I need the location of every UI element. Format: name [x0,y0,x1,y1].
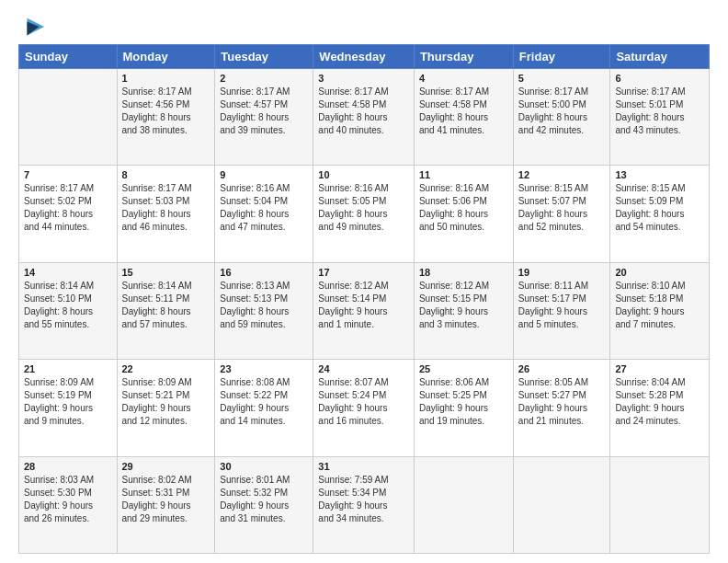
day-cell: 26Sunrise: 8:05 AM Sunset: 5:27 PM Dayli… [513,360,610,456]
day-number: 17 [318,267,409,278]
day-cell: 19Sunrise: 8:11 AM Sunset: 5:17 PM Dayli… [513,262,610,359]
day-info: Sunrise: 8:15 AM Sunset: 5:07 PM Dayligh… [518,182,606,234]
day-number: 4 [419,73,508,84]
day-number: 8 [122,169,210,180]
day-info: Sunrise: 8:11 AM Sunset: 5:17 PM Dayligh… [518,280,606,331]
day-number: 12 [518,169,606,180]
header-cell-friday: Friday [513,45,610,69]
day-number: 19 [518,267,606,278]
day-info: Sunrise: 7:59 AM Sunset: 5:34 PM Dayligh… [318,474,409,525]
day-cell: 27Sunrise: 8:04 AM Sunset: 5:28 PM Dayli… [610,360,710,456]
day-info: Sunrise: 8:14 AM Sunset: 5:10 PM Dayligh… [24,280,112,331]
day-cell: 4Sunrise: 8:17 AM Sunset: 4:58 PM Daylig… [414,69,513,166]
day-info: Sunrise: 8:17 AM Sunset: 4:57 PM Dayligh… [220,86,308,137]
day-number: 1 [122,73,210,84]
day-info: Sunrise: 8:17 AM Sunset: 4:56 PM Dayligh… [122,86,210,137]
day-number: 25 [419,363,508,374]
day-cell: 3Sunrise: 8:17 AM Sunset: 4:58 PM Daylig… [313,69,415,166]
header-row: SundayMondayTuesdayWednesdayThursdayFrid… [19,45,710,69]
header-cell-wednesday: Wednesday [313,45,415,69]
week-row-1: 1Sunrise: 8:17 AM Sunset: 4:56 PM Daylig… [19,69,710,166]
day-info: Sunrise: 8:15 AM Sunset: 5:09 PM Dayligh… [615,182,704,234]
day-number: 14 [24,267,112,278]
day-number: 24 [318,363,409,374]
day-info: Sunrise: 8:14 AM Sunset: 5:11 PM Dayligh… [122,280,210,331]
day-cell: 11Sunrise: 8:16 AM Sunset: 5:06 PM Dayli… [414,166,513,262]
logo-icon [20,15,46,40]
day-cell: 17Sunrise: 8:12 AM Sunset: 5:14 PM Dayli… [313,262,415,359]
day-info: Sunrise: 8:17 AM Sunset: 5:00 PM Dayligh… [518,86,606,137]
day-cell [19,69,118,166]
day-info: Sunrise: 8:17 AM Sunset: 4:58 PM Dayligh… [318,86,409,137]
day-cell [513,456,610,553]
week-row-5: 28Sunrise: 8:03 AM Sunset: 5:30 PM Dayli… [19,456,710,553]
day-cell: 6Sunrise: 8:17 AM Sunset: 5:01 PM Daylig… [610,69,710,166]
day-info: Sunrise: 8:17 AM Sunset: 5:03 PM Dayligh… [122,182,210,234]
day-number: 11 [419,169,508,180]
day-cell [610,456,710,553]
day-info: Sunrise: 8:09 AM Sunset: 5:21 PM Dayligh… [122,376,210,428]
day-number: 31 [318,461,409,472]
day-cell: 14Sunrise: 8:14 AM Sunset: 5:10 PM Dayli… [19,262,118,359]
day-cell: 25Sunrise: 8:06 AM Sunset: 5:25 PM Dayli… [414,360,513,456]
week-row-3: 14Sunrise: 8:14 AM Sunset: 5:10 PM Dayli… [19,262,710,359]
day-number: 18 [419,267,508,278]
header-cell-monday: Monday [117,45,215,69]
calendar-table: SundayMondayTuesdayWednesdayThursdayFrid… [18,44,710,554]
day-cell: 12Sunrise: 8:15 AM Sunset: 5:07 PM Dayli… [513,166,610,262]
day-number: 3 [318,73,409,84]
day-number: 23 [220,363,308,374]
week-row-4: 21Sunrise: 8:09 AM Sunset: 5:19 PM Dayli… [19,360,710,456]
day-cell: 5Sunrise: 8:17 AM Sunset: 5:00 PM Daylig… [513,69,610,166]
day-cell: 20Sunrise: 8:10 AM Sunset: 5:18 PM Dayli… [610,262,710,359]
header-cell-tuesday: Tuesday [215,45,313,69]
day-number: 5 [518,73,606,84]
day-info: Sunrise: 8:08 AM Sunset: 5:22 PM Dayligh… [220,376,308,428]
header-cell-saturday: Saturday [610,45,710,69]
day-number: 28 [24,461,112,472]
day-number: 15 [122,267,210,278]
logo [18,18,46,37]
day-number: 30 [220,461,308,472]
day-cell: 8Sunrise: 8:17 AM Sunset: 5:03 PM Daylig… [117,166,215,262]
day-number: 10 [318,169,409,180]
header-cell-sunday: Sunday [19,45,118,69]
day-info: Sunrise: 8:16 AM Sunset: 5:05 PM Dayligh… [318,182,409,234]
day-cell: 15Sunrise: 8:14 AM Sunset: 5:11 PM Dayli… [117,262,215,359]
day-info: Sunrise: 8:04 AM Sunset: 5:28 PM Dayligh… [615,376,704,428]
day-cell: 24Sunrise: 8:07 AM Sunset: 5:24 PM Dayli… [313,360,415,456]
day-number: 21 [24,363,112,374]
day-cell: 13Sunrise: 8:15 AM Sunset: 5:09 PM Dayli… [610,166,710,262]
day-number: 16 [220,267,308,278]
day-cell: 18Sunrise: 8:12 AM Sunset: 5:15 PM Dayli… [414,262,513,359]
day-number: 6 [615,73,704,84]
day-info: Sunrise: 8:16 AM Sunset: 5:04 PM Dayligh… [220,182,308,234]
day-cell: 23Sunrise: 8:08 AM Sunset: 5:22 PM Dayli… [215,360,313,456]
header-cell-thursday: Thursday [414,45,513,69]
day-cell: 30Sunrise: 8:01 AM Sunset: 5:32 PM Dayli… [215,456,313,553]
day-info: Sunrise: 8:12 AM Sunset: 5:14 PM Dayligh… [318,280,409,331]
day-info: Sunrise: 8:17 AM Sunset: 5:02 PM Dayligh… [24,182,112,234]
page: SundayMondayTuesdayWednesdayThursdayFrid… [0,0,728,563]
header [18,15,710,37]
day-cell: 1Sunrise: 8:17 AM Sunset: 4:56 PM Daylig… [117,69,215,166]
day-cell: 28Sunrise: 8:03 AM Sunset: 5:30 PM Dayli… [19,456,118,553]
day-cell: 16Sunrise: 8:13 AM Sunset: 5:13 PM Dayli… [215,262,313,359]
day-info: Sunrise: 8:17 AM Sunset: 5:01 PM Dayligh… [615,86,704,137]
day-number: 22 [122,363,210,374]
day-number: 20 [615,267,704,278]
day-cell: 29Sunrise: 8:02 AM Sunset: 5:31 PM Dayli… [117,456,215,553]
day-cell [414,456,513,553]
day-cell: 22Sunrise: 8:09 AM Sunset: 5:21 PM Dayli… [117,360,215,456]
day-number: 7 [24,169,112,180]
day-cell: 21Sunrise: 8:09 AM Sunset: 5:19 PM Dayli… [19,360,118,456]
day-info: Sunrise: 8:09 AM Sunset: 5:19 PM Dayligh… [24,376,112,428]
day-number: 9 [220,169,308,180]
day-info: Sunrise: 8:12 AM Sunset: 5:15 PM Dayligh… [419,280,508,331]
day-info: Sunrise: 8:02 AM Sunset: 5:31 PM Dayligh… [122,474,210,525]
day-cell: 2Sunrise: 8:17 AM Sunset: 4:57 PM Daylig… [215,69,313,166]
day-info: Sunrise: 8:06 AM Sunset: 5:25 PM Dayligh… [419,376,508,428]
day-number: 2 [220,73,308,84]
day-info: Sunrise: 8:16 AM Sunset: 5:06 PM Dayligh… [419,182,508,234]
day-info: Sunrise: 8:13 AM Sunset: 5:13 PM Dayligh… [220,280,308,331]
